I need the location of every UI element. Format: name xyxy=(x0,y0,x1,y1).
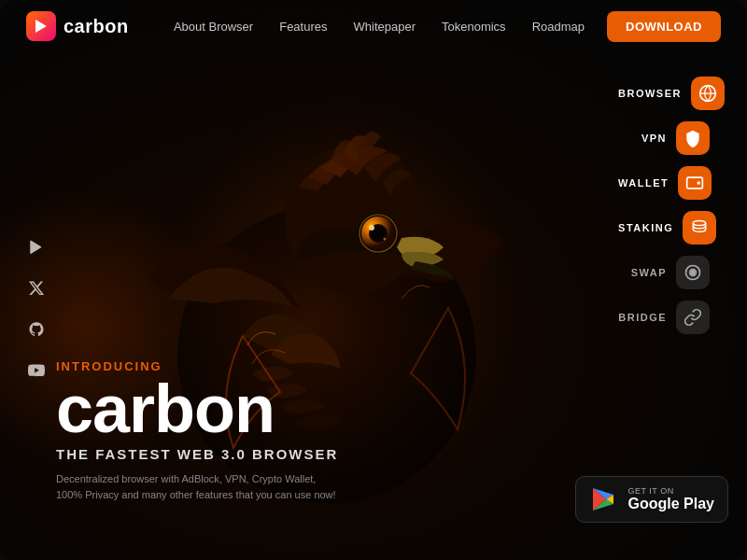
feature-staking-icon[interactable] xyxy=(683,211,716,245)
feature-bridge-icon[interactable] xyxy=(676,301,710,334)
feature-vpn-icon[interactable] xyxy=(676,121,710,155)
google-play-badge[interactable]: GET IT ON Google Play xyxy=(575,476,728,523)
svg-point-7 xyxy=(369,225,374,231)
svg-point-13 xyxy=(694,221,706,226)
feature-browser[interactable]: BROWSER xyxy=(614,75,728,112)
feature-bridge[interactable]: BRIDGE xyxy=(614,299,728,336)
page-wrapper: carbon About Browser Features Whitepaper… xyxy=(0,0,747,560)
google-play-icon xyxy=(589,484,619,514)
feature-staking-label: STAKING xyxy=(618,222,673,233)
hero-title: carbon xyxy=(56,375,338,442)
feature-browser-icon[interactable] xyxy=(691,77,725,110)
feature-staking[interactable]: STAKING xyxy=(614,209,728,246)
logo-text: carbon xyxy=(63,16,129,37)
feature-wallet-label: WALLET xyxy=(618,177,669,189)
feature-panel: BROWSER VPN WALLET xyxy=(614,75,728,336)
google-play-text-area: GET IT ON Google Play xyxy=(628,486,714,512)
google-play-social-icon[interactable] xyxy=(26,237,47,258)
get-it-on-label: GET IT ON xyxy=(628,486,714,496)
youtube-icon[interactable] xyxy=(26,360,47,381)
nav-link-roadmap[interactable]: Roadmap xyxy=(532,20,585,34)
logo-area[interactable]: carbon xyxy=(26,11,129,41)
logo-icon xyxy=(26,11,56,41)
nav-link-about[interactable]: About Browser xyxy=(174,20,253,34)
feature-swap-label: SWAP xyxy=(618,267,667,278)
google-play-label: Google Play xyxy=(628,496,714,512)
svg-point-8 xyxy=(384,238,387,241)
feature-wallet[interactable]: WALLET xyxy=(614,164,728,202)
social-sidebar xyxy=(26,237,47,381)
svg-point-12 xyxy=(698,181,700,184)
download-button[interactable]: DOWNLOAD xyxy=(607,11,721,42)
hero-text: INTRODUCING carbon THE FASTEST WEB 3.0 B… xyxy=(56,359,338,504)
twitter-icon[interactable] xyxy=(26,278,47,299)
nav-link-tokenomics[interactable]: Tokenomics xyxy=(442,20,506,34)
feature-swap-icon[interactable] xyxy=(676,256,710,289)
github-icon[interactable] xyxy=(26,319,47,340)
feature-browser-label: BROWSER xyxy=(618,88,682,99)
navbar: carbon About Browser Features Whitepaper… xyxy=(0,0,747,52)
feature-wallet-icon[interactable] xyxy=(678,166,712,200)
nav-links: About Browser Features Whitepaper Tokeno… xyxy=(174,20,585,34)
feature-bridge-label: BRIDGE xyxy=(618,312,667,323)
svg-point-15 xyxy=(691,271,694,273)
feature-vpn-label: VPN xyxy=(618,133,667,144)
hero-subtitle: THE FASTEST WEB 3.0 BROWSER xyxy=(56,446,338,462)
feature-swap[interactable]: SWAP xyxy=(614,254,728,291)
nav-link-features[interactable]: Features xyxy=(279,20,327,34)
feature-vpn[interactable]: VPN xyxy=(614,119,728,157)
hero-description: Decentralized browser with AdBlock, VPN,… xyxy=(56,471,336,504)
nav-link-whitepaper[interactable]: Whitepaper xyxy=(354,20,416,34)
